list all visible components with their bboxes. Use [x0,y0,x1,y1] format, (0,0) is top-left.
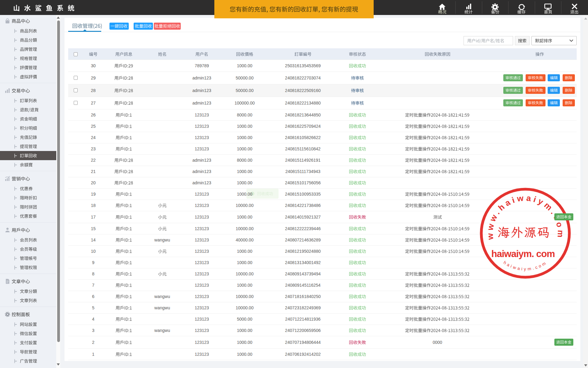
svg-text:haiwaiym.com: haiwaiym.com [502,260,548,271]
